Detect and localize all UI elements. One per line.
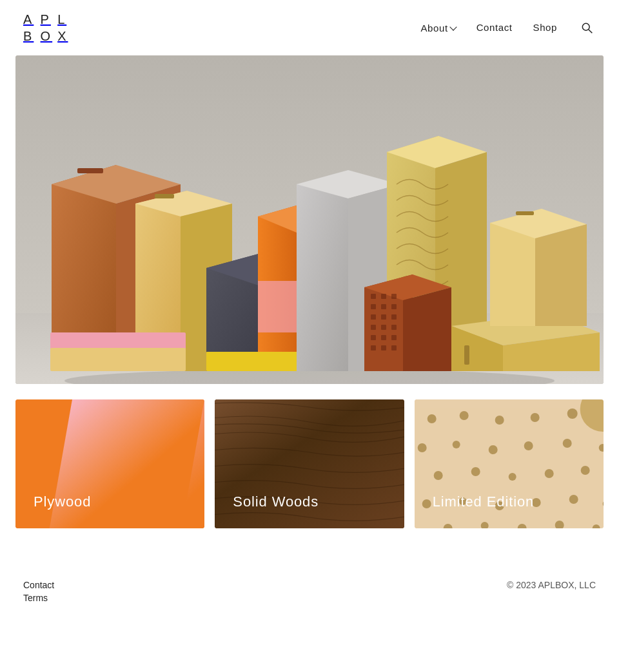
- solidwoods-label: Solid Woods: [233, 494, 319, 510]
- svg-rect-47: [371, 345, 376, 350]
- nav-item-search[interactable]: [578, 19, 596, 37]
- category-card-plywood[interactable]: Plywood: [15, 399, 204, 528]
- category-card-solidwoods[interactable]: Solid Woods: [215, 399, 404, 528]
- nav-item-contact[interactable]: Contact: [477, 22, 513, 34]
- nav-item-about[interactable]: About: [420, 23, 455, 34]
- svg-point-73: [508, 473, 516, 481]
- nav-shop-link[interactable]: Shop: [533, 22, 557, 33]
- svg-rect-57: [516, 211, 534, 215]
- hero-section: [15, 55, 604, 384]
- svg-marker-31: [403, 287, 451, 371]
- nav-links: About Contact Shop: [420, 19, 596, 37]
- nav-shop-label: Shop: [533, 22, 557, 33]
- svg-rect-21: [258, 281, 303, 332]
- nav-item-shop[interactable]: Shop: [533, 22, 557, 34]
- svg-rect-12: [155, 194, 174, 198]
- svg-rect-36: [381, 304, 386, 309]
- logo-b: B: [23, 28, 35, 44]
- logo-l: L: [57, 12, 70, 27]
- svg-rect-8: [77, 168, 103, 173]
- svg-rect-35: [371, 304, 376, 309]
- nav-about-link[interactable]: About: [420, 23, 455, 34]
- footer-links: Contact Terms: [23, 580, 54, 603]
- svg-rect-38: [371, 314, 376, 320]
- svg-rect-33: [381, 294, 386, 299]
- svg-point-80: [569, 495, 578, 504]
- svg-marker-56: [535, 224, 587, 326]
- svg-rect-40: [391, 314, 397, 320]
- svg-rect-42: [381, 325, 386, 330]
- svg-point-60: [427, 414, 436, 423]
- svg-point-65: [417, 443, 426, 452]
- svg-rect-49: [391, 345, 397, 350]
- svg-point-66: [452, 441, 460, 448]
- svg-point-64: [567, 408, 577, 419]
- svg-point-76: [422, 499, 431, 508]
- svg-point-63: [530, 413, 539, 422]
- logo[interactable]: A P L B O X: [23, 12, 70, 44]
- categories-section: Plywood: [15, 399, 604, 528]
- logo-x: X: [57, 28, 70, 44]
- svg-point-74: [544, 469, 553, 478]
- nav-about-label: About: [420, 23, 447, 34]
- svg-point-0: [582, 23, 589, 30]
- logo-o: O: [41, 28, 53, 44]
- footer: Contact Terms © 2023 APLBOX, LLC: [0, 567, 619, 622]
- svg-point-68: [524, 441, 533, 450]
- footer-terms-link[interactable]: Terms: [23, 593, 54, 603]
- footer-copyright: © 2023 APLBOX, LLC: [507, 580, 596, 590]
- category-card-limited[interactable]: Limited Edition: [415, 399, 604, 528]
- svg-rect-14: [50, 348, 186, 371]
- svg-rect-32: [371, 294, 376, 299]
- svg-point-72: [471, 467, 480, 476]
- logo-p: P: [41, 12, 53, 27]
- nav-contact-label: Contact: [477, 22, 513, 33]
- search-icon: [580, 21, 593, 34]
- svg-point-67: [488, 445, 497, 454]
- chevron-down-icon: [449, 23, 457, 30]
- svg-point-62: [495, 416, 504, 425]
- svg-point-71: [433, 471, 442, 480]
- svg-rect-43: [391, 325, 397, 330]
- footer-contact-link[interactable]: Contact: [23, 580, 54, 590]
- svg-rect-46: [391, 335, 397, 340]
- main-nav: A P L B O X About Contact Shop: [0, 0, 619, 55]
- limited-label: Limited Edition: [433, 494, 535, 510]
- svg-point-75: [580, 466, 589, 475]
- svg-marker-23: [297, 170, 348, 371]
- svg-point-61: [459, 411, 468, 420]
- svg-rect-34: [391, 294, 397, 299]
- svg-rect-37: [391, 304, 397, 309]
- svg-rect-45: [381, 335, 386, 340]
- nav-contact-link[interactable]: Contact: [477, 22, 513, 33]
- logo-a: A: [23, 12, 35, 27]
- svg-rect-39: [381, 314, 386, 320]
- hero-image: [15, 55, 604, 384]
- svg-rect-48: [381, 345, 386, 350]
- plywood-label: Plywood: [34, 494, 91, 510]
- svg-line-1: [589, 30, 592, 33]
- svg-rect-53: [464, 345, 469, 365]
- svg-point-69: [562, 439, 571, 448]
- search-button[interactable]: [578, 19, 596, 37]
- svg-rect-41: [371, 325, 376, 330]
- hero-svg: [15, 55, 604, 384]
- svg-rect-44: [371, 335, 376, 340]
